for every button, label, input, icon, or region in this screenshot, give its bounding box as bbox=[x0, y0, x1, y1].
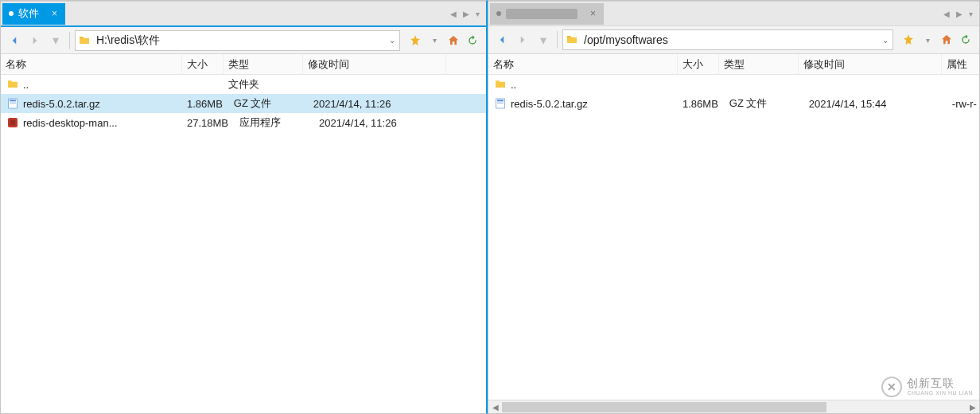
tab-indicator-dot bbox=[9, 11, 14, 16]
folder-icon bbox=[76, 34, 93, 47]
tab-label-blurred bbox=[506, 9, 578, 19]
file-size: 1.86MB bbox=[182, 94, 229, 113]
refresh-icon[interactable] bbox=[957, 31, 974, 49]
scroll-thumb[interactable] bbox=[502, 402, 826, 412]
favorites-star-icon[interactable] bbox=[900, 31, 917, 49]
file-name: .. bbox=[23, 79, 29, 91]
tab-nav-menu-icon[interactable]: ▾ bbox=[476, 10, 480, 18]
left-pane: 软件 × ◀ ▶ ▾ ▾ ⌄ ▾ bbox=[0, 0, 488, 414]
address-dropdown-icon[interactable]: ⌄ bbox=[878, 36, 892, 45]
col-header-size[interactable]: 大小 bbox=[182, 54, 224, 74]
tab-nav-right-icon[interactable]: ▶ bbox=[463, 10, 469, 18]
file-date bbox=[799, 75, 942, 94]
scroll-right-icon[interactable]: ▶ bbox=[966, 403, 979, 412]
col-header-type[interactable]: 类型 bbox=[719, 54, 799, 74]
right-tab-active[interactable]: × bbox=[490, 3, 604, 25]
file-type: 应用程序 bbox=[235, 113, 314, 132]
left-column-header: 名称 大小 类型 修改时间 bbox=[1, 54, 486, 75]
col-header-date[interactable]: 修改时间 bbox=[303, 54, 446, 74]
file-size: 27.18MB bbox=[182, 113, 235, 132]
toolbar-right-buttons: ▾ bbox=[900, 31, 974, 49]
back-button[interactable] bbox=[6, 32, 23, 49]
toolbar-separator bbox=[69, 32, 70, 49]
file-date: 2021/4/14, 11:26 bbox=[314, 113, 457, 132]
svg-rect-6 bbox=[497, 100, 504, 101]
application-icon bbox=[6, 116, 20, 129]
file-name: redis-5.0.2.tar.gz bbox=[511, 98, 588, 110]
tab-nav-left-icon[interactable]: ◀ bbox=[450, 10, 457, 18]
back-button[interactable] bbox=[493, 31, 511, 49]
tab-nav-menu-icon[interactable]: ▾ bbox=[969, 10, 973, 18]
col-header-size[interactable]: 大小 bbox=[678, 54, 719, 74]
col-header-name[interactable]: 名称 bbox=[488, 54, 678, 74]
folder-icon bbox=[563, 33, 581, 46]
parent-folder-row[interactable]: .. 文件夹 bbox=[1, 75, 486, 94]
address-bar[interactable]: ⌄ bbox=[75, 30, 400, 51]
right-pane: × ◀ ▶ ▾ ▾ ⌄ ▾ bbox=[488, 0, 980, 414]
favorites-dropdown-icon[interactable]: ▾ bbox=[919, 31, 936, 49]
archive-icon bbox=[6, 97, 20, 110]
tab-label: 软件 bbox=[18, 6, 39, 21]
left-tabbar: 软件 × ◀ ▶ ▾ bbox=[1, 1, 486, 25]
scroll-track[interactable] bbox=[502, 400, 966, 413]
left-file-list[interactable]: .. 文件夹 redis-5.0.2.tar.gz 1.86MB GZ 文件 2… bbox=[1, 75, 486, 413]
file-attr: -rw-r- bbox=[947, 94, 979, 113]
toolbar-separator bbox=[557, 31, 558, 49]
file-type bbox=[719, 75, 799, 94]
left-toolbar: ▾ ⌄ ▾ bbox=[1, 25, 486, 54]
history-dropdown[interactable]: ▾ bbox=[47, 32, 64, 49]
file-type: GZ 文件 bbox=[229, 94, 309, 113]
file-size bbox=[182, 75, 224, 94]
svg-rect-1 bbox=[10, 100, 16, 101]
history-dropdown[interactable]: ▾ bbox=[535, 31, 552, 49]
address-input[interactable] bbox=[93, 31, 385, 50]
col-header-attr[interactable]: 属性 bbox=[942, 54, 980, 74]
right-column-header: 名称 大小 类型 修改时间 属性 bbox=[488, 54, 979, 75]
home-icon[interactable] bbox=[938, 31, 955, 49]
file-row[interactable]: redis-5.0.2.tar.gz 1.86MB GZ 文件 2021/4/1… bbox=[488, 94, 979, 113]
address-input[interactable] bbox=[581, 30, 878, 49]
file-attr bbox=[942, 75, 979, 94]
tab-nav: ◀ ▶ ▾ bbox=[450, 10, 486, 18]
tab-indicator-dot bbox=[496, 11, 501, 16]
tab-close-icon[interactable]: × bbox=[590, 8, 596, 19]
refresh-icon[interactable] bbox=[464, 32, 481, 49]
right-file-list[interactable]: .. redis-5.0.2.tar.gz 1.86MB GZ 文件 2021/… bbox=[488, 75, 979, 413]
svg-rect-7 bbox=[497, 103, 504, 104]
right-toolbar: ▾ ⌄ ▾ bbox=[488, 25, 979, 54]
file-size: 1.86MB bbox=[678, 94, 725, 113]
home-icon[interactable] bbox=[445, 32, 462, 49]
folder-up-icon bbox=[6, 78, 20, 91]
file-size bbox=[678, 75, 719, 94]
file-date bbox=[303, 75, 446, 94]
file-name: redis-desktop-man... bbox=[23, 117, 118, 129]
file-name: .. bbox=[511, 79, 516, 91]
file-name: redis-5.0.2.tar.gz bbox=[23, 98, 100, 110]
horizontal-scrollbar[interactable]: ◀ ▶ bbox=[488, 400, 979, 413]
scroll-left-icon[interactable]: ◀ bbox=[488, 403, 502, 412]
folder-up-icon bbox=[493, 78, 508, 91]
file-row[interactable]: redis-desktop-man... 27.18MB 应用程序 2021/4… bbox=[1, 113, 486, 132]
address-dropdown-icon[interactable]: ⌄ bbox=[385, 36, 399, 45]
tab-nav: ◀ ▶ ▾ bbox=[943, 10, 979, 18]
tab-nav-left-icon[interactable]: ◀ bbox=[943, 10, 950, 18]
file-row[interactable]: redis-5.0.2.tar.gz 1.86MB GZ 文件 2021/4/1… bbox=[1, 94, 486, 113]
archive-icon bbox=[493, 97, 508, 110]
file-date: 2021/4/14, 11:26 bbox=[309, 94, 452, 113]
address-bar[interactable]: ⌄ bbox=[562, 29, 893, 50]
favorites-star-icon[interactable] bbox=[406, 32, 424, 49]
parent-folder-row[interactable]: .. bbox=[488, 75, 979, 94]
favorites-dropdown-icon[interactable]: ▾ bbox=[426, 32, 443, 49]
tab-nav-right-icon[interactable]: ▶ bbox=[956, 10, 962, 18]
col-header-type[interactable]: 类型 bbox=[224, 54, 303, 74]
file-type: GZ 文件 bbox=[725, 94, 804, 113]
forward-button[interactable] bbox=[514, 31, 531, 49]
file-date: 2021/4/14, 15:44 bbox=[804, 94, 947, 113]
left-tab-active[interactable]: 软件 × bbox=[2, 3, 65, 25]
col-header-date[interactable]: 修改时间 bbox=[799, 54, 942, 74]
tab-close-icon[interactable]: × bbox=[52, 8, 57, 19]
forward-button[interactable] bbox=[26, 32, 44, 49]
col-header-name[interactable]: 名称 bbox=[1, 54, 182, 74]
file-type: 文件夹 bbox=[224, 75, 303, 94]
toolbar-right-buttons: ▾ bbox=[406, 32, 481, 49]
